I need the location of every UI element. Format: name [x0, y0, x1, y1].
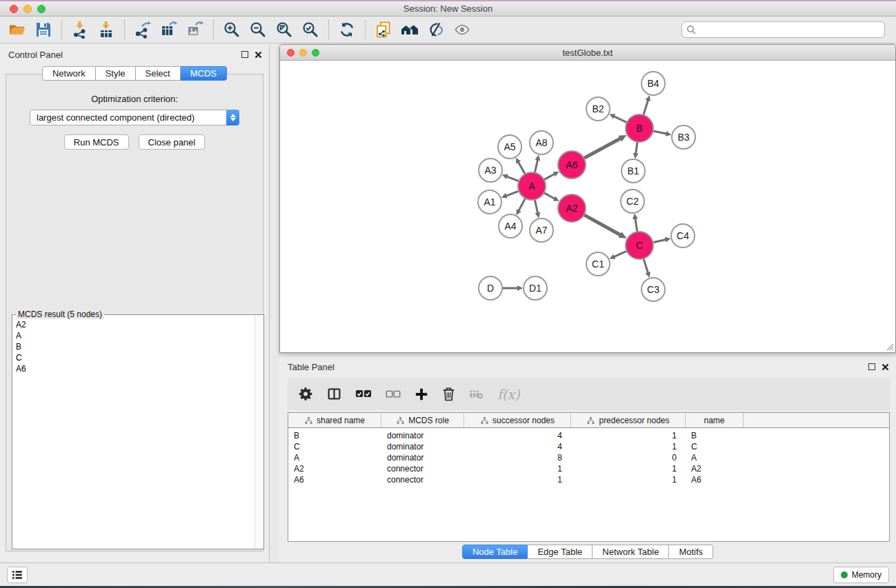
tab-select[interactable]: Select [136, 66, 181, 81]
close-panel-button[interactable]: Close panel [139, 134, 206, 150]
table-row[interactable]: Adominator80A [288, 452, 889, 463]
graph-node-B[interactable]: B [626, 114, 653, 142]
graph-node-A[interactable]: A [518, 172, 546, 200]
new-session-from-network-icon[interactable] [370, 19, 397, 41]
memory-button[interactable]: Memory [833, 567, 889, 583]
table-row[interactable]: A2connector11A2 [288, 463, 889, 474]
graph-arrowhead [666, 131, 672, 136]
tab-edge-table[interactable]: Edge Table [528, 545, 593, 559]
select-all-checkboxes-icon[interactable] [355, 389, 372, 398]
column-header-shared-name[interactable]: shared name [288, 413, 381, 427]
result-list-item[interactable]: B [16, 341, 263, 352]
save-session-icon[interactable] [30, 19, 57, 41]
export-image-icon[interactable] [182, 19, 208, 41]
graph-edge-A-A8 [535, 159, 537, 172]
toolbar-separator [328, 20, 329, 39]
graph-node-A8[interactable]: A8 [530, 131, 553, 154]
graph-node-label: A2 [566, 203, 577, 214]
graph-node-B4[interactable]: B4 [641, 72, 665, 95]
tab-mcds[interactable]: MCDS [181, 66, 227, 81]
column-header-predecessor-nodes[interactable]: predecessor nodes [571, 413, 686, 427]
graph-node-C2[interactable]: C2 [621, 190, 644, 213]
show-eye-icon[interactable] [449, 19, 475, 41]
graph-edge-B-B4 [644, 99, 648, 115]
graph-node-B3[interactable]: B3 [672, 125, 695, 149]
table-row[interactable]: Cdominator41C [288, 441, 889, 452]
graph-arrowhead [665, 237, 671, 243]
table-row[interactable]: Bdominator41B [288, 430, 889, 441]
result-list-scrollbar[interactable] [255, 315, 263, 549]
close-panel-icon[interactable] [255, 51, 262, 59]
import-table-icon[interactable] [93, 19, 119, 41]
home-layout-icon[interactable] [397, 19, 423, 41]
gear-icon[interactable] [299, 387, 313, 401]
zoom-selected-icon[interactable] [297, 19, 323, 41]
import-network-icon[interactable] [67, 19, 93, 41]
hide-graphics-details-icon[interactable] [423, 19, 449, 41]
graph-node-C4[interactable]: C4 [671, 224, 695, 247]
graph-node-A7[interactable]: A7 [530, 219, 553, 242]
graph-node-A2[interactable]: A2 [558, 194, 586, 222]
graph-node-A1[interactable]: A1 [478, 190, 501, 214]
export-network-icon[interactable] [130, 19, 156, 41]
delete-column-icon[interactable] [442, 387, 455, 401]
float-table-panel-icon[interactable] [868, 363, 875, 370]
toolbar-separator [61, 20, 62, 39]
criterion-select[interactable]: largest connected component (directed) [30, 110, 239, 125]
graph-node-label: B [636, 123, 642, 134]
export-table-icon[interactable] [156, 19, 182, 41]
graph-node-A4[interactable]: A4 [499, 214, 522, 238]
result-list-item[interactable]: C [16, 352, 263, 363]
network-canvas[interactable]: B4B2BB3A5A8A6A3B1AA1C2A2A4A7C4CC1C3DD1 [280, 61, 895, 352]
toolbar-search[interactable] [681, 21, 885, 38]
control-panel-title: Control Panel [8, 50, 63, 60]
zoom-fit-icon[interactable] [271, 19, 297, 41]
graph-node-B1[interactable]: B1 [621, 159, 645, 183]
tab-network[interactable]: Network [42, 66, 96, 81]
result-list-item[interactable]: A [16, 330, 263, 341]
clear-checkboxes-icon[interactable] [386, 390, 401, 398]
graph-node-A5[interactable]: A5 [498, 135, 521, 159]
graph-arrowhead [535, 212, 541, 219]
graph-node-B2[interactable]: B2 [586, 97, 610, 121]
result-list-item[interactable]: A6 [16, 363, 263, 374]
run-mcds-button[interactable]: Run MCDS [64, 134, 129, 150]
graph-node-C[interactable]: C [626, 232, 653, 259]
tab-node-table[interactable]: Node Table [462, 545, 528, 559]
float-panel-icon[interactable] [241, 51, 248, 58]
table-cell: A2 [288, 464, 381, 474]
tab-style[interactable]: Style [96, 66, 136, 81]
graph-arrowhead [633, 214, 638, 220]
graph-node-D1[interactable]: D1 [524, 276, 547, 300]
table-cell: A2 [686, 464, 744, 474]
search-input[interactable] [696, 25, 880, 34]
resize-grip-icon[interactable] [884, 341, 894, 351]
graph-node-C1[interactable]: C1 [586, 252, 610, 276]
task-history-button[interactable] [7, 567, 28, 583]
split-columns-icon[interactable] [327, 387, 341, 401]
graph-edge-B-B2 [613, 116, 627, 122]
refresh-icon[interactable] [334, 19, 360, 41]
add-column-icon[interactable] [415, 387, 428, 401]
tab-motifs[interactable]: Motifs [669, 545, 713, 559]
zoom-out-icon[interactable] [245, 19, 271, 41]
control-panel-header: Control Panel [0, 45, 269, 63]
open-folder-icon[interactable] [4, 19, 30, 41]
table-row[interactable]: A6connector11A6 [288, 474, 889, 485]
graph-node-label: D1 [529, 283, 541, 294]
result-list-item[interactable]: A2 [16, 319, 263, 330]
graph-node-A6[interactable]: A6 [558, 151, 586, 179]
column-header-name[interactable]: name [686, 413, 744, 427]
graph-node-A3[interactable]: A3 [479, 159, 502, 182]
mcds-result-group: MCDS result (5 nodes) A2ABCA6 [12, 314, 264, 549]
zoom-in-icon[interactable] [219, 19, 245, 41]
graph-node-C3[interactable]: C3 [641, 278, 665, 301]
network-window-titlebar: testGlobe.txt [280, 45, 895, 61]
tab-network-table[interactable]: Network Table [593, 545, 669, 559]
column-header-successor-nodes[interactable]: successor nodes [464, 413, 571, 427]
select-stepper-icon [226, 110, 239, 125]
column-header-MCDS-role[interactable]: MCDS role [381, 413, 464, 427]
close-table-panel-icon[interactable] [882, 363, 889, 371]
graph-node-label: A3 [484, 165, 496, 176]
graph-node-D[interactable]: D [479, 276, 502, 300]
